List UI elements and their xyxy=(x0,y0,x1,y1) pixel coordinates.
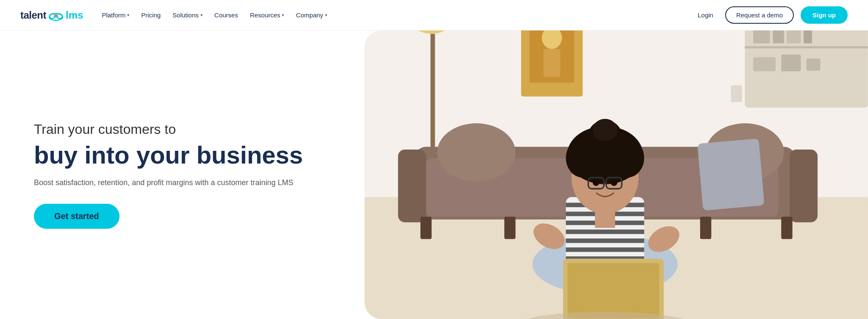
request-demo-button[interactable]: Request a demo xyxy=(725,6,794,24)
svg-rect-28 xyxy=(790,150,818,222)
svg-rect-31 xyxy=(700,216,711,239)
logo-lms-text: lms xyxy=(66,9,83,21)
nav-item-company[interactable]: Company ▾ xyxy=(291,8,332,22)
svg-rect-47 xyxy=(568,263,659,319)
hero-image xyxy=(364,31,868,319)
svg-point-25 xyxy=(437,123,516,181)
nav-item-platform[interactable]: Platform ▾ xyxy=(97,8,134,22)
svg-point-60 xyxy=(593,179,600,186)
svg-point-61 xyxy=(611,179,618,186)
svg-rect-18 xyxy=(731,85,742,102)
nav-links: Platform ▾ Pricing Solutions ▾ Courses R… xyxy=(97,8,332,22)
svg-rect-14 xyxy=(804,31,812,43)
nav-item-solutions[interactable]: Solutions ▾ xyxy=(167,8,208,22)
logo[interactable]: talent lms xyxy=(20,9,83,21)
chevron-down-icon: ▾ xyxy=(200,13,203,17)
svg-point-56 xyxy=(593,119,618,141)
chevron-down-icon: ▾ xyxy=(325,13,327,17)
svg-rect-39 xyxy=(566,230,644,234)
room-scene xyxy=(364,31,868,319)
nav-right: Login Request a demo Sign up xyxy=(693,6,848,24)
svg-rect-40 xyxy=(566,239,644,243)
navbar: talent lms Platform ▾ Pricing xyxy=(0,0,868,31)
svg-rect-32 xyxy=(781,216,792,239)
nav-item-courses[interactable]: Courses xyxy=(209,8,243,22)
chevron-down-icon: ▾ xyxy=(127,13,129,17)
svg-rect-30 xyxy=(504,216,515,239)
chevron-down-icon: ▾ xyxy=(282,13,284,17)
svg-rect-13 xyxy=(787,31,801,43)
svg-rect-10 xyxy=(745,46,868,48)
get-started-button[interactable]: Get started xyxy=(34,204,120,229)
svg-rect-11 xyxy=(753,31,770,43)
logo-icon xyxy=(47,9,65,21)
svg-rect-62 xyxy=(595,211,615,228)
svg-rect-33 xyxy=(697,139,764,211)
logo-talent-text: talent xyxy=(20,9,46,21)
nav-item-pricing[interactable]: Pricing xyxy=(136,8,166,22)
nav-item-resources[interactable]: Resources ▾ xyxy=(245,8,289,22)
hero-subtitle: Train your customers to xyxy=(34,121,414,139)
hero-content: Train your customers to buy into your bu… xyxy=(0,87,434,263)
signup-button[interactable]: Sign up xyxy=(801,6,848,24)
svg-rect-8 xyxy=(544,49,561,77)
svg-rect-17 xyxy=(807,58,821,71)
login-button[interactable]: Login xyxy=(693,8,718,22)
svg-rect-12 xyxy=(773,31,784,43)
hero-section: Train your customers to buy into your bu… xyxy=(0,31,868,319)
svg-rect-41 xyxy=(566,247,644,252)
svg-rect-16 xyxy=(781,55,801,72)
nav-left: talent lms Platform ▾ Pricing xyxy=(20,8,332,22)
hero-description: Boost satisfaction, retention, and profi… xyxy=(34,177,414,189)
svg-rect-15 xyxy=(753,57,776,71)
hero-title: buy into your business xyxy=(34,141,414,169)
